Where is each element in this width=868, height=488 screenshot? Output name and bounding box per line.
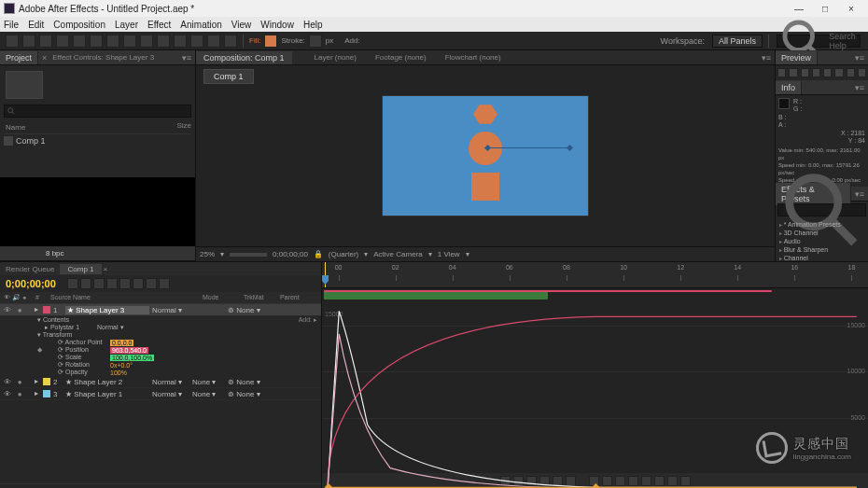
timecode-display[interactable]: 0;00;00;00 (273, 250, 308, 258)
graph-editor-button[interactable] (133, 278, 144, 289)
property-row[interactable]: ▾ ContentsAdd: ▸ (0, 316, 321, 324)
new-comp-button[interactable] (30, 248, 40, 258)
panel-menu-icon[interactable]: ▾≡ (758, 51, 775, 64)
effect-controls-tab[interactable]: Effect Controls: Shape Layer 3 (52, 53, 154, 62)
col-size[interactable]: Size (176, 121, 191, 133)
cti-head[interactable] (322, 275, 329, 285)
clone-tool[interactable] (174, 35, 187, 48)
close-tab-icon[interactable]: × (104, 265, 108, 273)
panel-menu-icon[interactable]: ▾≡ (178, 51, 195, 64)
effects-category[interactable]: Audio (777, 237, 866, 245)
hand-tool[interactable] (22, 35, 35, 48)
property-row[interactable]: ▸ Polystar 1Normal ▾ (0, 324, 321, 331)
menu-animation[interactable]: Animation (180, 20, 221, 30)
interpret-footage-button[interactable] (2, 248, 12, 258)
motion-blur-toggle[interactable] (119, 278, 131, 289)
panel-menu-icon[interactable]: ▾≡ (851, 51, 868, 64)
camera-dropdown[interactable]: Active Camera (373, 250, 422, 258)
project-tab[interactable]: Project (0, 51, 38, 64)
play-button[interactable] (801, 68, 809, 77)
layer-row[interactable]: 👁 ● ▸ 1 ★ Shape Layer 3 Normal ▾ ⊚ None … (0, 304, 321, 316)
search-help-input[interactable]: Search Help (777, 35, 861, 48)
layer-row[interactable]: 👁 ● ▸ 3 ★ Shape Layer 1 Normal ▾ None ▾ … (0, 388, 321, 400)
stroke-width[interactable]: px (326, 36, 333, 45)
info-panel-tab[interactable]: Info (776, 81, 802, 94)
rectangle-shape[interactable] (471, 173, 499, 201)
selection-tool[interactable] (6, 35, 19, 48)
puppet-tool[interactable] (224, 35, 237, 48)
fill-swatch[interactable] (264, 35, 277, 48)
comp-mini-tab[interactable]: Comp 1 (203, 69, 254, 84)
shy-toggle[interactable] (93, 278, 105, 289)
effects-category[interactable]: Blur & Sharpen (777, 245, 866, 254)
stroke-swatch[interactable] (309, 35, 322, 48)
project-close-icon[interactable]: × (42, 53, 47, 63)
viewer-tab-layer[interactable]: Layer (none) (315, 53, 357, 62)
menu-help[interactable]: Help (303, 20, 323, 30)
new-folder-button[interactable] (16, 248, 26, 258)
render-queue-tab[interactable]: Render Queue (0, 264, 60, 274)
effects-search-input[interactable] (777, 203, 866, 216)
frame-blend-toggle[interactable] (106, 278, 118, 289)
menu-window[interactable]: Window (260, 20, 294, 30)
effects-category[interactable]: * Animation Presets (777, 220, 866, 229)
text-tool[interactable] (140, 35, 153, 48)
panel-menu-icon[interactable]: ▾≡ (851, 81, 868, 94)
current-timecode[interactable]: 0;00;00;00 (0, 275, 62, 292)
pen-tool[interactable] (123, 35, 136, 48)
close-button[interactable]: × (838, 1, 864, 16)
project-item-comp1[interactable]: Comp 1 (4, 134, 191, 147)
tl-button[interactable] (146, 278, 157, 289)
project-item-thumb[interactable] (6, 71, 43, 99)
property-row[interactable]: ⟳ Scale100.0,100.0% (0, 354, 321, 361)
mute-button[interactable] (834, 68, 843, 77)
views-dropdown[interactable]: 1 View (438, 250, 460, 258)
stroke-label[interactable]: Stroke: (281, 36, 304, 45)
resolution-dropdown[interactable]: (Quarter) (329, 250, 358, 258)
roto-tool[interactable] (207, 35, 220, 48)
tl-search-button[interactable] (67, 278, 78, 289)
eraser-tool[interactable] (190, 35, 203, 48)
menu-composition[interactable]: Composition (53, 20, 105, 30)
next-frame-button[interactable] (812, 68, 820, 77)
tl-comp-button[interactable] (80, 278, 91, 289)
prev-frame-button[interactable] (789, 68, 797, 77)
zoom-dropdown[interactable]: 25% (200, 250, 215, 258)
fill-label[interactable]: Fill: (249, 36, 260, 45)
menu-edit[interactable]: Edit (28, 20, 44, 30)
menu-effect[interactable]: Effect (147, 20, 171, 30)
keyframe-marker[interactable] (567, 145, 573, 151)
preview-panel-tab[interactable]: Preview (776, 51, 818, 64)
time-ruler[interactable]: 00020406081012141618 (322, 262, 868, 288)
menu-file[interactable]: File (4, 20, 19, 30)
zoom-tool[interactable] (39, 35, 52, 48)
last-frame-button[interactable] (823, 68, 832, 77)
ram-preview-button[interactable] (858, 68, 866, 77)
project-search-input[interactable] (4, 105, 191, 118)
timeline-comp-tab[interactable]: Comp 1 (60, 264, 101, 274)
col-name[interactable]: Name (4, 121, 176, 133)
composition-viewer[interactable]: Comp 1 (196, 65, 775, 246)
viewer-tab-footage[interactable]: Footage (none) (375, 53, 427, 62)
maximize-button[interactable]: □ (812, 1, 838, 16)
layer-row[interactable]: 👁 ● ▸ 2 ★ Shape Layer 2 Normal ▾ None ▾ … (0, 376, 321, 388)
add-label[interactable]: Add: (344, 36, 359, 45)
delete-button[interactable] (183, 248, 193, 258)
rotate-tool[interactable] (56, 35, 69, 48)
property-row[interactable]: ◆⟳ Position963.0,540.0 (0, 346, 321, 354)
brush-tool[interactable] (157, 35, 170, 48)
polystar-shape[interactable] (473, 104, 497, 125)
viewer-tab-comp[interactable]: Comp 1 (255, 53, 285, 63)
camera-tool[interactable] (73, 35, 86, 48)
property-row[interactable]: ▾ Transform (0, 331, 321, 339)
property-row[interactable]: ⟳ Opacity100% (0, 369, 321, 376)
motion-path[interactable] (485, 147, 569, 148)
loop-button[interactable] (847, 68, 855, 77)
shape-tool[interactable] (106, 35, 119, 48)
menu-layer[interactable]: Layer (115, 20, 138, 30)
property-row[interactable]: ⟳ Rotation0x+0.0° (0, 361, 321, 369)
first-frame-button[interactable] (777, 68, 786, 77)
pan-behind-tool[interactable] (90, 35, 103, 48)
property-row[interactable]: ⟳ Anchor Point0.0,0.0 (0, 339, 321, 346)
zoom-slider[interactable] (230, 253, 267, 257)
